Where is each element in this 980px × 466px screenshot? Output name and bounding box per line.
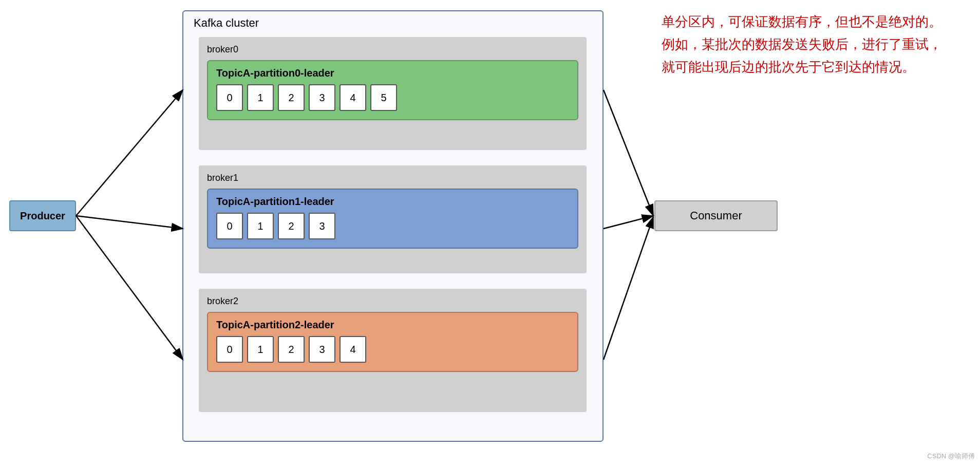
kafka-cluster-label: Kafka cluster — [194, 16, 259, 30]
cell-p1-2: 2 — [278, 213, 305, 239]
cell-p2-3: 3 — [309, 336, 335, 363]
svg-line-3 — [76, 216, 183, 360]
watermark: CSDN @喻师傅 — [927, 452, 975, 461]
broker1-label: broker1 — [207, 173, 578, 183]
partition0-cells: 0 1 2 3 4 5 — [216, 84, 569, 111]
producer-box: Producer — [9, 200, 76, 231]
consumer-label: Consumer — [690, 209, 742, 222]
diagram-area: Kafka cluster broker0 TopicA-partition0-… — [0, 0, 980, 466]
partition2-box: TopicA-partition2-leader 0 1 2 3 4 — [207, 312, 578, 372]
partition0-box: TopicA-partition0-leader 0 1 2 3 4 5 — [207, 60, 578, 120]
broker2-label: broker2 — [207, 296, 578, 307]
partition1-title: TopicA-partition1-leader — [216, 196, 569, 208]
consumer-box: Consumer — [654, 200, 778, 231]
broker1-box: broker1 TopicA-partition1-leader 0 1 2 3 — [199, 165, 587, 273]
annotation-text: 单分区内，可保证数据有序，但也不是绝对的。例如，某批次的数据发送失败后，进行了重… — [662, 10, 949, 79]
svg-line-5 — [604, 216, 653, 229]
cell-p2-4: 4 — [340, 336, 366, 363]
kafka-cluster-box: Kafka cluster broker0 TopicA-partition0-… — [182, 10, 604, 442]
partition1-cells: 0 1 2 3 — [216, 213, 569, 239]
svg-line-4 — [604, 90, 653, 216]
broker2-box: broker2 TopicA-partition2-leader 0 1 2 3… — [199, 289, 587, 412]
svg-line-1 — [76, 90, 183, 216]
cell-p2-0: 0 — [216, 336, 243, 363]
cell-p1-0: 0 — [216, 213, 243, 239]
partition2-cells: 0 1 2 3 4 — [216, 336, 569, 363]
partition2-title: TopicA-partition2-leader — [216, 319, 569, 331]
svg-line-2 — [76, 216, 183, 229]
cell-p1-1: 1 — [247, 213, 274, 239]
broker0-box: broker0 TopicA-partition0-leader 0 1 2 3… — [199, 37, 587, 150]
cell-p2-1: 1 — [247, 336, 274, 363]
broker0-label: broker0 — [207, 44, 578, 55]
cell-p0-5: 5 — [370, 84, 397, 111]
producer-label: Producer — [20, 210, 65, 222]
cell-p0-2: 2 — [278, 84, 305, 111]
cell-p0-1: 1 — [247, 84, 274, 111]
cell-p0-4: 4 — [340, 84, 366, 111]
svg-line-6 — [604, 217, 653, 360]
partition1-box: TopicA-partition1-leader 0 1 2 3 — [207, 189, 578, 249]
cell-p1-3: 3 — [309, 213, 335, 239]
cell-p0-0: 0 — [216, 84, 243, 111]
cell-p2-2: 2 — [278, 336, 305, 363]
partition0-title: TopicA-partition0-leader — [216, 67, 569, 79]
cell-p0-3: 3 — [309, 84, 335, 111]
